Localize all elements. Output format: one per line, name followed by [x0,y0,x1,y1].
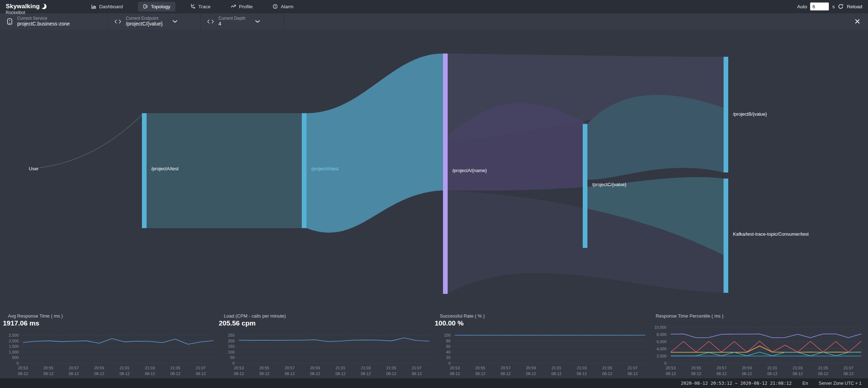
endpoint-dependency-sankey: User /projectA/test /projectA/test /proj… [0,29,868,309]
current-endpoint-selector[interactable]: Current Endpoint /projectC/{value} [108,13,200,29]
svg-text:20:55: 20:55 [691,366,701,370]
svg-text:250: 250 [228,333,235,337]
svg-text:08-12: 08-12 [475,371,485,376]
svg-text:2,500: 2,500 [9,333,19,337]
current-service-selector[interactable]: Current Service projectC.business-zone [0,13,108,29]
svg-text:08-12: 08-12 [234,371,244,376]
topology-toolbar: Current Service projectC.business-zone C… [0,13,868,29]
sankey-node-projectA-name[interactable] [443,54,448,294]
main-nav: Dashboard Topology Trace Profile Alarm [86,2,299,11]
sankey-node-projectA-test-2[interactable] [302,113,306,228]
chart-title: Response Time Percentile ( ms ) [651,309,867,319]
svg-text:08-12: 08-12 [361,371,371,376]
svg-text:4,000: 4,000 [656,347,666,351]
language-toggle[interactable]: En [803,381,808,386]
logo-subtitle: Rocketbot [6,10,65,15]
nav-item-topology[interactable]: Topology [138,2,175,11]
profile-icon [231,4,236,9]
svg-text:08-12: 08-12 [742,371,752,376]
auto-label: Auto [797,4,807,9]
code-brackets-icon [114,19,121,24]
svg-text:100: 100 [444,333,451,337]
nav-label: Dashboard [99,4,123,9]
svg-text:20:55: 20:55 [43,366,54,370]
svg-text:08-12: 08-12 [844,371,854,376]
svg-text:20:53: 20:53 [666,366,676,370]
svg-text:08-12: 08-12 [170,371,180,376]
svg-text:08-12: 08-12 [500,371,511,376]
svg-text:10,000: 10,000 [654,325,666,329]
svg-text:500: 500 [12,355,19,360]
svg-text:08-12: 08-12 [767,371,777,376]
trace-icon [190,4,195,9]
nav-item-profile[interactable]: Profile [226,2,258,11]
sankey-label-projectA-test-1: /projectA/test [151,166,179,171]
current-depth-selector[interactable]: Current Depth 4 [200,13,284,29]
svg-text:08-12: 08-12 [196,371,206,376]
svg-text:08-12: 08-12 [628,371,638,376]
time-range[interactable]: 2020-08-12 20:53:12 ~ 2020-08-12 21:08:1… [681,380,792,386]
svg-text:80: 80 [446,339,451,343]
server-zone[interactable]: Server Zone UTC + 1 [819,381,862,386]
chart-title: Load (CPM - calls per minute) [219,309,435,319]
svg-text:2,000: 2,000 [9,339,19,343]
svg-text:08-12: 08-12 [666,371,676,376]
svg-text:08-12: 08-12 [577,371,587,376]
svg-text:21:03: 21:03 [793,366,803,370]
svg-text:08-12: 08-12 [285,371,295,376]
chart-title: Successful Rate ( % ) [435,309,651,319]
svg-text:21:01: 21:01 [336,366,346,370]
load-cpm-chart: Load (CPM - calls per minute) 2502001501… [219,309,435,378]
sankey-node-kafka-consumer[interactable] [724,179,728,293]
nav-item-dashboard[interactable]: Dashboard [86,2,128,11]
depth-label: Current Depth [218,16,245,21]
svg-text:20:53: 20:53 [450,366,460,370]
svg-text:1,000: 1,000 [9,350,19,354]
svg-text:21:05: 21:05 [386,366,396,370]
svg-text:21:01: 21:01 [551,366,562,370]
svg-text:20:57: 20:57 [717,366,727,370]
nav-item-trace[interactable]: Trace [185,2,216,11]
refresh-controls: Auto s Reload [797,3,868,10]
svg-text:20:57: 20:57 [501,366,511,370]
svg-text:08-12: 08-12 [310,371,320,376]
sankey-label-projectA-test-2: /projectA/test [311,166,338,171]
sankey-link-projectA-projectAname [306,54,443,233]
svg-text:20:53: 20:53 [18,366,28,370]
service-label: Current Service [17,16,70,21]
svg-text:08-12: 08-12 [18,371,28,376]
nav-item-alarm[interactable]: Alarm [268,2,298,11]
endpoint-label: Current Endpoint [126,16,163,21]
svg-text:08-12: 08-12 [336,371,346,376]
code-brackets-icon [207,19,214,24]
svg-text:08-12: 08-12 [145,371,155,376]
sankey-node-projectB-value[interactable] [724,57,728,172]
svg-text:08-12: 08-12 [120,371,130,376]
svg-text:21:03: 21:03 [577,366,587,370]
svg-text:08-12: 08-12 [716,371,726,376]
auto-interval-input[interactable] [810,3,829,10]
app-logo: Skywalking Rocketbot [0,3,65,15]
svg-text:1917.06 ms: 1917.06 ms [3,319,39,327]
dashboard-icon [91,4,96,9]
svg-text:100: 100 [228,350,235,354]
chart-plot: 10,0008,0006,0004,0002,000020:5308-1220:… [651,319,867,380]
chevron-down-icon[interactable] [255,20,260,23]
chevron-down-icon[interactable] [172,20,178,23]
reload-icon[interactable] [838,4,844,9]
chart-plot: 2,5002,0001,5001,000500020:5308-1220:550… [3,319,219,380]
svg-text:08-12: 08-12 [259,371,269,376]
svg-text:150: 150 [228,344,235,348]
svg-text:21:03: 21:03 [361,366,371,370]
close-icon[interactable] [855,13,868,29]
svg-text:21:07: 21:07 [412,366,422,370]
svg-text:21:07: 21:07 [844,366,854,370]
service-value: projectC.business-zone [17,21,70,27]
svg-text:20:59: 20:59 [94,366,104,370]
logo-title: Skywalking [6,3,40,10]
svg-text:20:53: 20:53 [234,366,244,370]
reload-label[interactable]: Reload [847,4,862,9]
sankey-node-projectA-test-1[interactable] [142,113,147,228]
svg-text:20:59: 20:59 [310,366,320,370]
sankey-node-projectC-value[interactable] [583,124,587,248]
